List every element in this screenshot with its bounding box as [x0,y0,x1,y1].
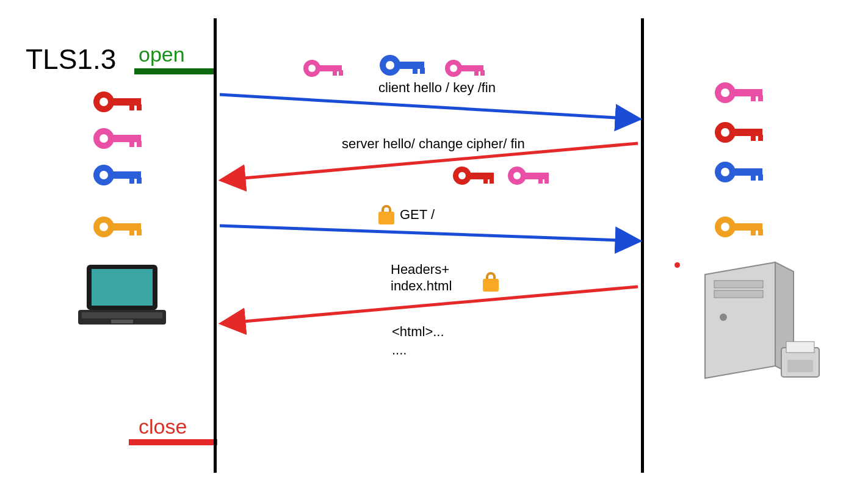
svg-rect-4 [137,104,142,110]
svg-rect-52 [461,65,483,71]
label-headers: Headers+ [391,261,449,278]
svg-rect-9 [137,141,142,147]
svg-point-16 [99,223,108,231]
key-icon-gold [712,214,770,243]
key-icon-gold [90,214,148,243]
svg-rect-64 [544,178,549,184]
svg-rect-23 [751,95,756,101]
lock-icon [376,201,397,228]
svg-rect-63 [538,178,543,184]
svg-rect-18 [129,229,134,235]
open-label: open [139,43,185,66]
key-icon-red [90,88,148,118]
svg-rect-39 [758,229,763,235]
svg-point-76 [720,314,727,321]
label-indexhtml: index.html [391,278,452,295]
svg-rect-29 [758,135,763,141]
svg-rect-8 [129,141,134,147]
key-icon-pink [443,57,490,82]
svg-point-56 [458,172,466,179]
svg-point-26 [721,128,729,137]
svg-point-31 [721,168,729,176]
svg-rect-44 [339,70,343,76]
key-icon-blue [712,159,770,188]
key-icon-pink [712,79,770,109]
svg-rect-78 [786,342,814,353]
svg-rect-75 [714,290,763,298]
client-lifeline [214,18,217,473]
svg-rect-34 [758,174,763,181]
svg-rect-70 [82,312,162,318]
key-icon-pink [90,125,148,155]
laptop-icon [73,262,171,332]
label-server-hello: server hello/ change cipher/ fin [342,135,525,152]
svg-rect-65 [378,212,394,224]
svg-rect-43 [333,70,337,76]
diagram-title: TLS1.3 [26,43,116,76]
label-get: GET / [400,206,435,223]
label-html-body-2: .... [392,342,407,359]
svg-point-41 [308,65,316,72]
svg-rect-19 [137,229,142,235]
svg-point-21 [721,88,729,97]
svg-rect-79 [787,360,813,372]
svg-rect-54 [480,70,485,76]
key-icon-pink [301,57,349,82]
svg-marker-72 [705,262,775,378]
arrow-get [220,226,638,241]
key-icon-pink [505,163,555,190]
svg-rect-38 [751,229,756,235]
svg-rect-58 [483,178,488,184]
svg-point-61 [513,172,521,179]
svg-rect-13 [129,178,134,184]
key-icon-blue [90,162,148,192]
svg-rect-33 [751,174,756,181]
key-icon-blue [377,52,431,81]
svg-rect-3 [129,104,134,110]
svg-point-11 [99,171,108,179]
lock-icon [480,268,501,295]
server-icon [690,256,830,399]
svg-rect-59 [490,178,494,184]
svg-rect-53 [474,70,479,76]
arrows-layer [0,0,868,488]
svg-rect-74 [714,281,763,288]
label-html-body-1: <html>... [392,323,444,340]
close-marker [129,439,217,445]
svg-point-46 [386,61,394,70]
close-label: close [139,415,187,439]
svg-rect-24 [758,95,763,101]
svg-rect-71 [111,320,133,323]
svg-rect-14 [137,178,142,184]
open-marker [134,68,216,74]
svg-point-1 [99,98,108,106]
svg-rect-28 [751,135,756,141]
svg-rect-66 [483,279,499,292]
dot-marker [675,262,680,268]
svg-rect-49 [420,68,425,74]
svg-rect-68 [92,269,153,306]
key-icon-red [712,119,770,149]
svg-rect-42 [320,65,342,71]
arrow-client-hello [220,95,638,119]
svg-point-36 [721,223,729,231]
key-icon-red [450,163,501,190]
svg-rect-48 [413,68,418,74]
svg-point-51 [450,65,457,72]
server-lifeline [641,18,644,473]
svg-point-6 [99,134,108,143]
